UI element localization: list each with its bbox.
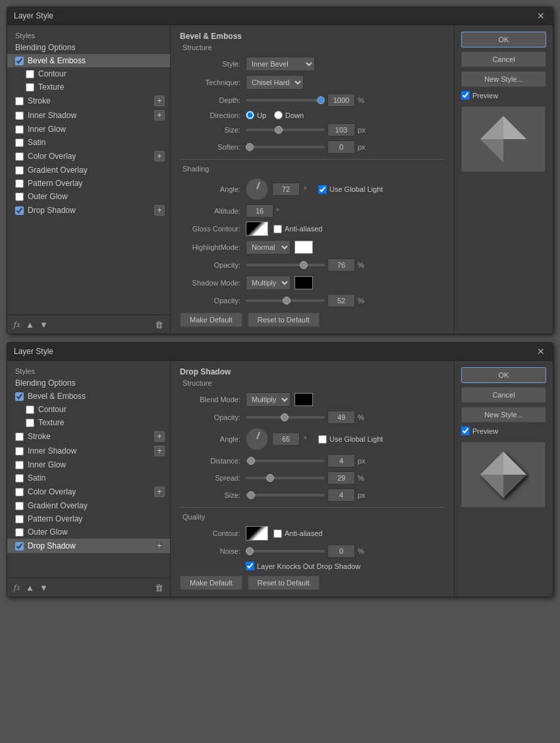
checkbox-stroke-1[interactable] xyxy=(15,97,24,105)
size-input-d2[interactable] xyxy=(327,489,355,502)
sidebar-item-texture-1[interactable]: Texture xyxy=(7,80,170,94)
ok-btn-2[interactable]: OK xyxy=(461,367,546,383)
preview-toggle-2[interactable] xyxy=(461,427,470,435)
plus-btn-color-overlay-2[interactable]: + xyxy=(154,487,165,497)
sidebar-item-gradient-overlay-2[interactable]: Gradient Overlay xyxy=(7,499,170,512)
down-icon-2[interactable]: ▼ xyxy=(40,583,48,593)
direction-down-label[interactable]: Down xyxy=(274,111,304,119)
checkbox-satin-1[interactable] xyxy=(15,138,24,147)
plus-btn-color-overlay-1[interactable]: + xyxy=(154,151,165,162)
checkbox-drop-shadow-1[interactable] xyxy=(15,206,24,215)
sidebar-item-bevel-emboss-1[interactable]: Bevel & Emboss xyxy=(7,54,170,67)
blend-mode-select[interactable]: Multiply Normal Screen xyxy=(246,392,291,407)
sidebar-item-outer-glow-2[interactable]: Outer Glow xyxy=(7,525,170,539)
opacity-input-2[interactable] xyxy=(327,294,355,307)
sidebar-item-color-overlay-1[interactable]: Color Overlay + xyxy=(7,149,170,163)
reset-default-btn-2[interactable]: Reset to Default xyxy=(248,576,320,590)
noise-slider[interactable] xyxy=(246,550,325,552)
checkbox-inner-shadow-2[interactable] xyxy=(15,447,24,456)
sidebar-item-satin-1[interactable]: Satin xyxy=(7,136,170,149)
noise-input[interactable] xyxy=(327,545,355,558)
checkbox-inner-shadow-1[interactable] xyxy=(15,111,24,120)
ok-btn-1[interactable]: OK xyxy=(461,32,546,47)
sidebar-item-inner-shadow-1[interactable]: Inner Shadow + xyxy=(7,108,170,123)
checkbox-contour-1[interactable] xyxy=(26,70,34,78)
blend-color-swatch[interactable] xyxy=(294,393,313,406)
new-style-btn-1[interactable]: New Style... xyxy=(461,71,546,87)
global-light-checkbox-d2[interactable] xyxy=(318,435,327,444)
spread-input[interactable] xyxy=(327,471,355,485)
global-light-label[interactable]: Use Global Light xyxy=(318,185,383,194)
anti-aliased-checkbox-2[interactable] xyxy=(273,529,282,538)
fx-icon-1[interactable]: 𝑓𝑥 xyxy=(14,319,20,330)
checkbox-inner-glow-2[interactable] xyxy=(15,461,24,469)
up-icon-1[interactable]: ▲ xyxy=(26,320,34,330)
global-light-checkbox[interactable] xyxy=(318,185,327,194)
technique-select[interactable]: Chisel Hard Chisel Soft Smooth xyxy=(246,75,304,90)
checkbox-bevel-emboss-2[interactable] xyxy=(15,392,24,401)
sidebar-item-texture-2[interactable]: Texture xyxy=(7,416,170,429)
checkbox-contour-2[interactable] xyxy=(26,405,34,414)
checkbox-bevel-emboss-1[interactable] xyxy=(15,57,24,65)
checkbox-texture-1[interactable] xyxy=(26,83,34,92)
sidebar-item-blending-options-1[interactable]: Blending Options xyxy=(7,41,170,54)
checkbox-satin-2[interactable] xyxy=(15,474,24,483)
checkbox-inner-glow-1[interactable] xyxy=(15,125,24,134)
checkbox-outer-glow-2[interactable] xyxy=(15,528,24,537)
sidebar-item-blending-options-2[interactable]: Blending Options xyxy=(7,376,170,390)
plus-btn-drop-shadow-1[interactable]: + xyxy=(154,205,165,216)
plus-btn-inner-shadow-2[interactable]: + xyxy=(154,446,165,456)
down-icon-1[interactable]: ▼ xyxy=(40,320,48,330)
layer-knocks-label[interactable]: Layer Knocks Out Drop Shadow xyxy=(246,562,360,570)
checkbox-pattern-overlay-1[interactable] xyxy=(15,179,24,188)
close-button-1[interactable]: ✕ xyxy=(536,11,546,20)
spread-slider[interactable] xyxy=(246,477,325,479)
fx-icon-2[interactable]: 𝑓𝑥 xyxy=(14,582,20,593)
contour-preview[interactable] xyxy=(246,526,268,541)
close-button-2[interactable]: ✕ xyxy=(536,347,546,356)
opacity-slider-2[interactable] xyxy=(246,299,325,302)
opacity-input-d2[interactable] xyxy=(327,411,355,424)
plus-btn-stroke-1[interactable]: + xyxy=(154,96,165,106)
reset-default-btn-1[interactable]: Reset to Default xyxy=(248,312,320,327)
distance-slider[interactable] xyxy=(246,460,325,462)
checkbox-stroke-2[interactable] xyxy=(15,432,24,441)
size-slider-d2[interactable] xyxy=(246,494,325,496)
angle-input[interactable] xyxy=(272,183,300,196)
opacity-slider-1[interactable] xyxy=(246,264,325,266)
angle-input-d2[interactable] xyxy=(272,432,300,446)
sidebar-item-inner-shadow-2[interactable]: Inner Shadow + xyxy=(7,444,170,458)
sidebar-item-inner-glow-2[interactable]: Inner Glow xyxy=(7,458,170,471)
altitude-input[interactable] xyxy=(246,204,273,218)
anti-aliased-label-2[interactable]: Anti-aliased xyxy=(273,529,322,538)
checkbox-outer-glow-1[interactable] xyxy=(15,193,24,201)
plus-btn-stroke-2[interactable]: + xyxy=(154,431,165,442)
sidebar-item-color-overlay-2[interactable]: Color Overlay + xyxy=(7,485,170,499)
preview-toggle-1[interactable] xyxy=(461,91,470,100)
checkbox-gradient-overlay-2[interactable] xyxy=(15,502,24,510)
distance-input[interactable] xyxy=(327,454,355,467)
depth-slider[interactable] xyxy=(246,99,325,102)
checkbox-color-overlay-1[interactable] xyxy=(15,152,24,161)
size-input[interactable] xyxy=(327,123,355,136)
sidebar-item-contour-2[interactable]: Contour xyxy=(7,403,170,416)
plus-btn-inner-shadow-1[interactable]: + xyxy=(154,110,165,121)
shadow-mode-select[interactable]: Multiply Normal xyxy=(246,276,291,290)
soften-input[interactable] xyxy=(327,140,355,154)
angle-dial-d2[interactable] xyxy=(246,428,268,450)
opacity-slider-d2[interactable] xyxy=(246,416,325,419)
direction-up-label[interactable]: Up xyxy=(246,111,266,119)
checkbox-color-overlay-2[interactable] xyxy=(15,488,24,496)
gloss-contour-preview[interactable] xyxy=(246,222,268,236)
trash-icon-2[interactable]: 🗑 xyxy=(155,583,163,593)
new-style-btn-2[interactable]: New Style... xyxy=(461,407,546,423)
highlight-mode-select[interactable]: Normal Multiply Screen xyxy=(246,240,291,254)
sidebar-item-drop-shadow-1[interactable]: Drop Shadow + xyxy=(7,203,170,218)
sidebar-item-bevel-emboss-2[interactable]: Bevel & Emboss xyxy=(7,390,170,403)
size-slider[interactable] xyxy=(246,129,325,131)
layer-knocks-checkbox[interactable] xyxy=(246,562,254,570)
soften-slider[interactable] xyxy=(246,146,325,148)
depth-input[interactable] xyxy=(327,94,355,107)
make-default-btn-1[interactable]: Make Default xyxy=(180,312,242,327)
anti-aliased-checkbox-1[interactable] xyxy=(273,225,282,233)
